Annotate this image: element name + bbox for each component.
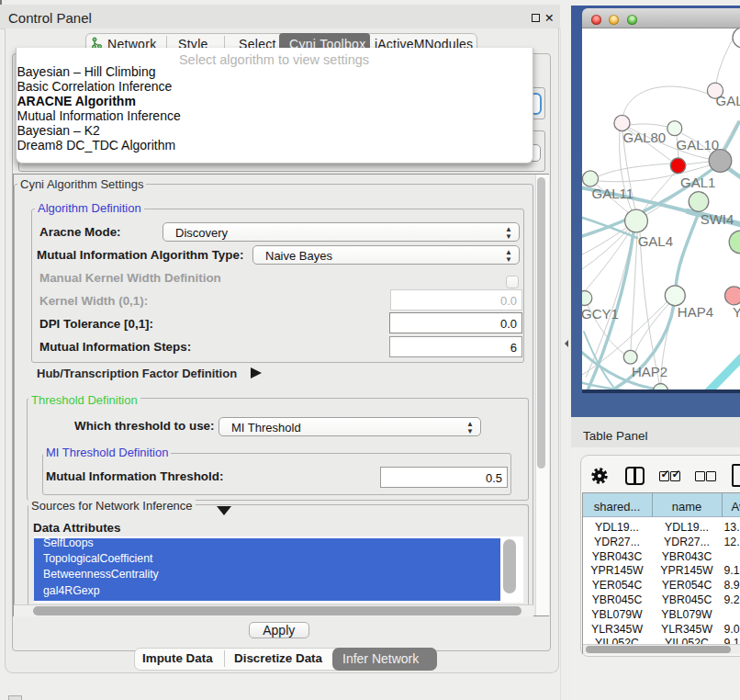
- svg-text:GAL11: GAL11: [591, 186, 633, 201]
- svg-text:GCY1: GCY1: [582, 306, 619, 322]
- svg-text:Y: Y: [733, 304, 740, 320]
- svg-text:GAL1: GAL1: [680, 175, 715, 190]
- svg-text:HAP2: HAP2: [632, 364, 667, 379]
- svg-text:GAL80: GAL80: [622, 130, 666, 145]
- svg-text:SWI4: SWI4: [700, 211, 734, 227]
- svg-text:GAL4: GAL4: [637, 233, 672, 249]
- svg-text:GAL10: GAL10: [676, 137, 719, 152]
- svg-text:GAL7: GAL7: [715, 93, 740, 108]
- svg-text:HAP4: HAP4: [677, 304, 712, 320]
